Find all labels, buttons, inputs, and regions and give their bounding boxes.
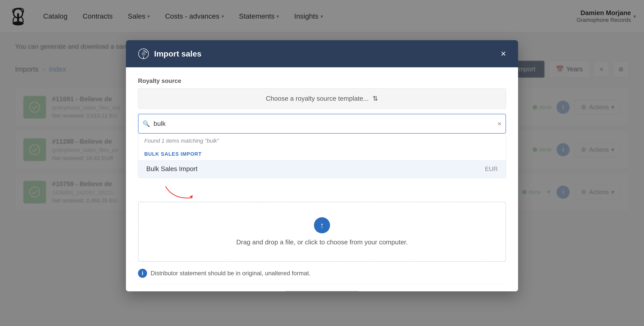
- search-icon: 🔍: [143, 120, 150, 127]
- modal-close-button[interactable]: ×: [501, 49, 506, 58]
- search-input[interactable]: [138, 114, 506, 134]
- svg-point-7: [142, 52, 146, 56]
- modal-body: Royalty source Choose a royalty source t…: [126, 67, 518, 291]
- royalty-source-label: Royalty source: [138, 77, 506, 84]
- royalty-source-select[interactable]: Choose a royalty source template... ⇅: [138, 88, 506, 109]
- file-upload-area[interactable]: ↑ Drag and drop a file, or click to choo…: [138, 202, 506, 262]
- upload-button[interactable]: 📄 Upload: [285, 291, 359, 291]
- modal-title: Import sales: [154, 49, 202, 59]
- modal-header: Import sales ×: [126, 40, 518, 67]
- modal-overlay: Import sales × Royalty source Choose a r…: [0, 0, 644, 326]
- royalty-placeholder: Choose a royalty source template...: [266, 95, 369, 102]
- search-group-label: BULK SALES IMPORT: [138, 148, 506, 160]
- arrow-annotation: [138, 184, 506, 202]
- selector-arrows-icon: ⇅: [373, 95, 378, 102]
- search-box: 🔍 ×: [138, 114, 506, 134]
- result-currency: EUR: [485, 166, 498, 173]
- import-sales-modal: Import sales × Royalty source Choose a r…: [126, 40, 518, 291]
- search-result-item[interactable]: Bulk Sales Import EUR: [138, 160, 506, 178]
- info-notice-text: Distributor statement should be in origi…: [151, 270, 310, 277]
- info-notice: i Distributor statement should be in ori…: [138, 269, 506, 284]
- search-found-text: Found 1 items matching "bulk": [138, 134, 506, 148]
- gramophone-icon: [138, 48, 149, 59]
- annotation-arrow: [158, 184, 208, 202]
- upload-arrow-icon: ↑: [314, 217, 330, 233]
- search-clear-button[interactable]: ×: [497, 120, 501, 128]
- info-circle-icon: i: [138, 269, 147, 278]
- result-item-label: Bulk Sales Import: [146, 165, 198, 173]
- search-dropdown: Found 1 items matching "bulk" BULK SALES…: [138, 134, 506, 178]
- upload-text: Drag and drop a file, or click to choose…: [149, 238, 495, 246]
